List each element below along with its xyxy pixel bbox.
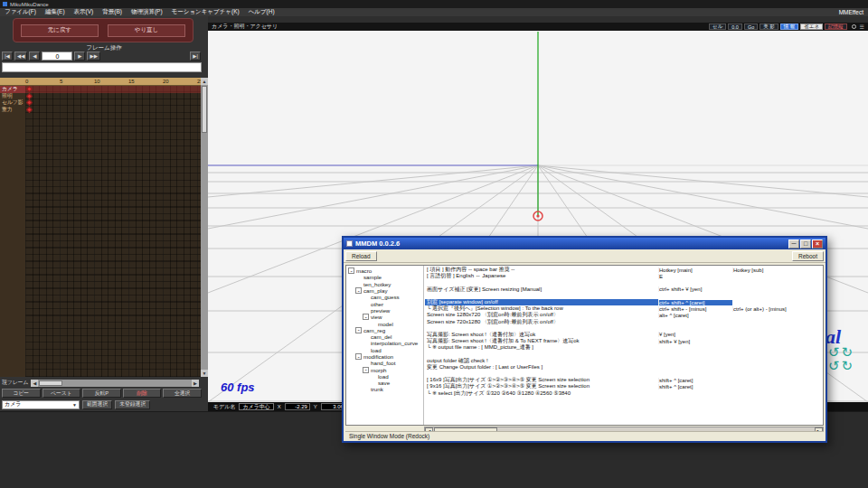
tree-item[interactable]: other xyxy=(348,300,423,306)
hotkey-row[interactable]: output folder 確認 check ! xyxy=(425,358,823,364)
menu-lines-icon[interactable]: ☰ xyxy=(860,23,864,30)
tree-item[interactable]: morph xyxy=(348,366,423,372)
scroll-down-icon[interactable]: ▼ xyxy=(201,370,208,377)
menu-item[interactable]: 背景(B) xyxy=(102,8,122,16)
frame-edit-button[interactable]: 全選択 xyxy=(163,389,202,398)
frame-edit-button[interactable]: コピー xyxy=(2,389,41,398)
hotkey-row[interactable]: 写真撮影: Screen shoot !〈連番付加 & To NEXT fram… xyxy=(425,338,823,344)
menu-item[interactable]: 編集(E) xyxy=(45,8,65,16)
tree-item[interactable]: macro xyxy=(348,267,423,274)
hotkey-row[interactable]: └ 選択窓『後列へ』[Selection window] : To the ba… xyxy=(425,305,823,312)
frame-nav-back-button[interactable]: |◀ xyxy=(2,52,13,61)
frame-number-input[interactable]: 0 xyxy=(42,52,72,61)
minimize-icon[interactable]: ─ xyxy=(788,239,799,249)
scroll-up-icon[interactable]: ▲ xyxy=(201,78,208,85)
range-select-button[interactable]: 範囲選択 xyxy=(82,400,112,409)
tree-item[interactable]: load xyxy=(348,373,423,380)
hotkey-row[interactable]: [ 16x9 ]写真[出力]サイズ ①>②>③>④>⑤ 変更 Screen si… xyxy=(425,377,823,383)
hotkey-row[interactable]: [ 言語切替 ] English ⇔ Japanese E xyxy=(425,273,823,279)
rotate-arrows-icon[interactable]: ↺↻↺↻ xyxy=(828,345,854,372)
hotkey-row[interactable]: Screen size 1280x720 〈別窓on時:最前列表示 on/off… xyxy=(425,312,823,318)
hotkey-row[interactable] xyxy=(425,279,823,286)
collapse-icon[interactable] xyxy=(355,327,362,333)
tree-item[interactable]: cam_guess xyxy=(348,294,423,300)
viewport-toggle-button[interactable]: セル xyxy=(709,23,726,30)
hotkey-row[interactable]: Screen size 720x1280 〈別窓on時:最前列表示 on/off… xyxy=(425,319,823,325)
frame-nav-back-button[interactable]: ◀ xyxy=(29,52,40,61)
tree-item[interactable]: trunk xyxy=(348,386,423,392)
menu-item[interactable]: モーションキャプチャ(K) xyxy=(172,8,240,16)
frame-nav-back-button[interactable]: ◀◀ xyxy=(14,52,27,61)
tree-item[interactable]: preview xyxy=(348,307,423,314)
tree-item[interactable]: view xyxy=(348,314,423,320)
redo-button[interactable]: やり直し xyxy=(108,24,185,37)
hotkey-row[interactable]: 画面サイズ補正 [変更] Screen resizing [Manual] ct… xyxy=(425,286,823,293)
hotkey-row[interactable] xyxy=(425,325,823,332)
tree-item[interactable]: cam_play xyxy=(348,287,423,294)
hotkey-row[interactable]: 写真撮影: Screen shoot !〈連番付加〉速写ok ¥ [yen] xyxy=(425,332,823,338)
tree-item[interactable]: sample xyxy=(348,274,423,280)
tree-item[interactable]: save xyxy=(348,380,423,386)
hotkey-row[interactable]: [ 項目 ] 動作内容 -- space bar 推奨 -- Hotkey [m… xyxy=(425,267,823,273)
menu-item-mmeffect[interactable]: MMEffect xyxy=(839,9,863,15)
scroll-left-icon[interactable]: ◀ xyxy=(31,380,38,387)
camera-center-indicator[interactable]: カメラ中心 xyxy=(239,403,273,410)
reboot-button[interactable]: Reboot xyxy=(792,251,824,261)
scroll-right-icon[interactable]: ▶ xyxy=(192,380,199,387)
scrollbar-thumb[interactable] xyxy=(202,86,207,133)
collapse-icon[interactable] xyxy=(355,353,362,360)
menu-item[interactable]: 物理演算(P) xyxy=(131,8,163,16)
tree-item[interactable]: cam_reg xyxy=(348,327,423,333)
tree-item[interactable]: modification xyxy=(348,353,423,360)
timeline-track-label[interactable]: セルフ影 xyxy=(0,99,25,107)
tree-item[interactable]: load xyxy=(348,347,423,353)
dialog-titlebar[interactable]: MMDM 0.0.2.6 ─ □ × xyxy=(344,238,826,249)
menu-item[interactable]: 表示(V) xyxy=(74,8,94,16)
tree-item[interactable]: model xyxy=(348,320,423,326)
timeline-track-label[interactable]: 照明 xyxy=(0,93,25,100)
hotkey-row[interactable]: └ ※ output file name : [ MMD_picture_連番 … xyxy=(425,344,823,351)
undo-button[interactable]: 元に戻す xyxy=(21,24,99,37)
frame-nav-last-button[interactable]: ▶| xyxy=(190,52,201,61)
bone-select-dropdown[interactable]: カメラ ▼ xyxy=(2,400,80,409)
collapse-icon[interactable] xyxy=(348,267,354,274)
hotkey-row[interactable] xyxy=(425,293,823,299)
hotkey-row[interactable]: 別窓 [separate window] on/off ctrl+ shift+… xyxy=(425,299,823,305)
record-dot-icon[interactable] xyxy=(852,24,856,29)
viewport-toggle-button[interactable]: 0.0 xyxy=(728,23,742,30)
viewport-toggle-button[interactable]: 記憶縦 xyxy=(825,23,847,30)
viewport-toggle-button[interactable]: 省エネ xyxy=(800,23,823,30)
frame-nav-forward-button[interactable]: ▶▶ xyxy=(87,52,99,61)
timeline-track-label[interactable]: カメラ xyxy=(0,86,25,93)
frame-edit-button[interactable]: 反転P xyxy=(82,389,121,398)
hotkey-row[interactable]: 変更 Change Output folder : [ Last or User… xyxy=(425,364,823,371)
menu-item[interactable]: ファイル(F) xyxy=(5,8,36,16)
viewport-toggle-button[interactable]: 美 影 xyxy=(760,23,778,30)
timeline-track-label[interactable]: 重力 xyxy=(0,107,25,114)
hotkey-row[interactable] xyxy=(425,371,823,377)
hotkey-row[interactable] xyxy=(425,351,823,357)
timeline-vertical-scrollbar[interactable]: ▲ ▼ xyxy=(201,78,208,377)
unregistered-select-button[interactable]: 未登録選択 xyxy=(115,400,150,409)
timeline-horizontal-scrollbar[interactable]: ◀ ▶ xyxy=(31,380,199,387)
frame-edit-button[interactable]: 削除 xyxy=(123,389,162,398)
collapse-icon[interactable] xyxy=(355,287,362,294)
collapse-icon[interactable] xyxy=(363,314,369,320)
collapse-icon[interactable] xyxy=(363,367,369,373)
timeline-grid[interactable] xyxy=(25,86,201,377)
tree-item[interactable]: hand_foot xyxy=(348,360,423,366)
hotkey-row[interactable]: [ 9x16 ]写真[出力]サイズ ①>②>③>④>⑤ 変更 Screen si… xyxy=(425,383,823,389)
frame-edit-button[interactable]: ペースト xyxy=(42,389,81,398)
hotkey-row[interactable]: └ ※ select [出力]サイズ ①320 ②640 ③1280 ④2560… xyxy=(425,390,823,397)
viewport-toggle-button[interactable]: Go xyxy=(744,23,758,30)
menu-item[interactable]: ヘルプ(H) xyxy=(249,8,275,16)
maximize-icon[interactable]: □ xyxy=(800,239,811,249)
viewport-toggle-button[interactable]: 情 報 xyxy=(780,23,799,30)
close-icon[interactable]: × xyxy=(812,239,823,249)
frame-nav-forward-button[interactable]: ▶ xyxy=(74,52,85,61)
scrollbar-thumb[interactable] xyxy=(39,380,62,386)
tree-item[interactable]: interpolation_curve xyxy=(348,340,423,346)
tree-item[interactable]: ten_hotkey xyxy=(348,281,423,287)
tree-item[interactable]: cam_del xyxy=(348,333,423,340)
reload-button[interactable]: Reload xyxy=(345,251,377,261)
